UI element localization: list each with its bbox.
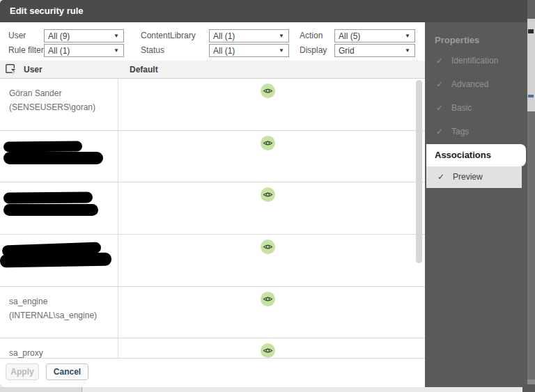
status-filter-value: All (1) [213, 46, 235, 56]
user-name: Göran Sander [9, 86, 112, 100]
table-row: Göran Sander (SENSEUSERS\goran) [0, 79, 425, 131]
rule-filter-value: All (1) [48, 46, 70, 56]
preview-grid: Göran Sander (SENSEUSERS\goran) [0, 79, 425, 358]
sidebar-item-advanced[interactable]: ✓ Advanced [425, 77, 527, 91]
column-filter-icon[interactable] [6, 64, 17, 75]
dropdown-arrow-icon: ▼ [114, 33, 119, 39]
edit-security-rule-dialog: User All (9) ▼ ContentLibrary All (1) ▼ … [0, 22, 425, 387]
user-directory: (INTERNAL\sa_engine) [9, 308, 112, 322]
properties-sidebar: Properties ✓ Identification ✓ Advanced ✓… [425, 22, 527, 387]
table-row: sa_proxy [0, 338, 425, 358]
sidebar-item-identification[interactable]: ✓ Identification [425, 54, 527, 68]
cancel-button[interactable]: Cancel [46, 363, 88, 380]
grid-header: User Default [0, 61, 425, 79]
read-access-eye-icon [261, 136, 275, 150]
user-directory: (SENSEUSERS\goran) [9, 100, 112, 114]
user-filter-label: User [8, 29, 26, 42]
check-icon: ✓ [436, 77, 443, 91]
redaction-bar [3, 152, 103, 164]
sidebar-item-tags[interactable]: ✓ Tags [425, 125, 527, 139]
page-behind-sidebar-edge [0, 387, 82, 392]
user-name: sa_engine [9, 295, 112, 308]
user-cell: Göran Sander (SENSEUSERS\goran) [0, 79, 118, 130]
page-behind-text-fragment [528, 29, 534, 33]
display-filter-value: Grid [339, 46, 355, 56]
display-filter-label: Display [300, 44, 327, 57]
action-filter-label: Action [300, 29, 323, 42]
user-cell: sa_proxy [0, 338, 118, 358]
check-icon: ✓ [437, 166, 444, 188]
check-icon: ✓ [436, 101, 443, 115]
table-row [0, 131, 425, 183]
table-row [0, 182, 425, 235]
redaction-bar [3, 204, 98, 216]
sidebar-item-label: Tags [451, 125, 469, 139]
dialog-footer: Apply Cancel [0, 358, 425, 387]
dialog-title: Edit security rule [0, 0, 527, 22]
read-access-eye-icon [261, 240, 275, 254]
user-cell: sa_engine (INTERNAL\sa_engine) [0, 287, 118, 338]
sidebar-item-preview[interactable]: ✓ Preview [426, 166, 522, 188]
dropdown-arrow-icon: ▼ [405, 48, 410, 54]
status-filter-select[interactable]: All (1) ▼ [209, 44, 289, 57]
read-access-eye-icon [261, 84, 275, 98]
apply-button[interactable]: Apply [6, 363, 39, 380]
page-behind-right-edge-top [527, 0, 535, 19]
dropdown-arrow-icon: ▼ [279, 33, 284, 39]
read-access-eye-icon [261, 187, 275, 202]
action-filter-value: All (5) [339, 31, 360, 41]
contentlibrary-filter-select[interactable]: All (1) ▼ [209, 29, 289, 42]
rule-filter-label: Rule filter [8, 44, 44, 57]
contentlibrary-filter-label: ContentLibrary [141, 29, 196, 42]
table-row: sa_engine (INTERNAL\sa_engine) [0, 287, 425, 339]
sidebar-item-label: Basic [451, 101, 472, 115]
redaction-bar [3, 141, 82, 152]
rule-filter-select[interactable]: All (1) ▼ [44, 44, 124, 57]
redaction-bar [0, 253, 111, 268]
status-filter-label: Status [141, 44, 164, 57]
user-name: sa_proxy [9, 346, 112, 358]
sidebar-item-label: Advanced [451, 77, 488, 91]
check-icon: ✓ [436, 125, 443, 139]
read-access-eye-icon [261, 343, 275, 358]
column-header-user: User [24, 61, 42, 79]
sidebar-item-associations-active[interactable]: Associations [426, 144, 526, 166]
display-filter-select[interactable]: Grid ▼ [334, 44, 415, 57]
properties-heading: Properties [435, 35, 479, 45]
dialog-title-bar: Edit security rule [0, 0, 527, 22]
redaction-bar [3, 192, 93, 204]
contentlibrary-filter-value: All (1) [213, 31, 235, 41]
sidebar-item-label: Preview [453, 166, 483, 188]
user-filter-select[interactable]: All (9) ▼ [44, 29, 124, 42]
action-filter-select[interactable]: All (5) ▼ [334, 29, 415, 42]
column-header-default: Default [130, 61, 158, 79]
dropdown-arrow-icon: ▼ [279, 48, 284, 54]
page-behind-link-fragment [528, 95, 534, 97]
read-access-eye-icon [261, 292, 275, 306]
sidebar-item-basic[interactable]: ✓ Basic [425, 101, 527, 115]
page-behind-right-edge-dark [527, 111, 535, 379]
check-icon: ✓ [436, 54, 443, 68]
dropdown-arrow-icon: ▼ [405, 33, 410, 39]
table-scrollbar-thumb[interactable] [416, 80, 422, 263]
user-filter-value: All (9) [48, 31, 70, 41]
sidebar-item-label: Identification [451, 54, 498, 68]
table-row [0, 235, 425, 287]
dropdown-arrow-icon: ▼ [114, 48, 119, 54]
